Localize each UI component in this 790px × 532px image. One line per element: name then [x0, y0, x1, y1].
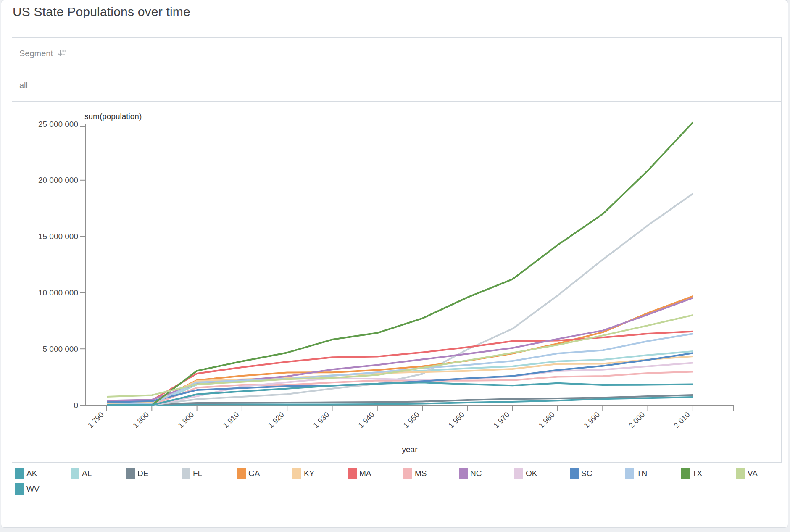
x-tick-label: 1 970 [492, 411, 511, 430]
legend-swatch-ok [514, 468, 523, 479]
legend-swatch-fl [182, 468, 190, 479]
legend-item-tx: TX [681, 468, 702, 479]
legend-swatch-wv [15, 483, 24, 495]
chart-legend: AKALDEFLGAKYMAMSNCOKSCTNTXVAWV [1, 465, 789, 500]
legend-item-ak: AK [15, 468, 37, 479]
x-tick-label: 1 800 [131, 411, 150, 430]
x-tick-label: 2 010 [672, 411, 692, 430]
x-tick-label: 1 900 [176, 411, 195, 430]
legend-label: NC [470, 469, 482, 478]
y-tick-label: 20 000 000 [38, 176, 78, 184]
legend-item-va: VA [736, 468, 758, 479]
legend-item-ky: KY [292, 468, 314, 479]
line-chart: sum(population)05 000 00010 000 00015 00… [12, 102, 781, 462]
legend-label: DE [137, 469, 148, 478]
legend-swatch-nc [459, 468, 468, 479]
legend-label: VA [748, 469, 758, 478]
page: US State Populations over time Segment a… [0, 0, 790, 532]
legend-swatch-ma [348, 468, 357, 479]
segment-column-header[interactable]: Segment [12, 37, 782, 69]
y-tick-label: 5 000 000 [42, 345, 78, 353]
x-tick-label: 1 990 [582, 411, 601, 430]
legend-swatch-ms [403, 468, 412, 479]
legend-swatch-ak [15, 468, 24, 479]
y-tick-label: 0 [74, 401, 78, 410]
legend-item-tn: TN [625, 468, 647, 479]
legend-swatch-al [71, 468, 79, 479]
x-tick-label: 1 960 [447, 411, 466, 430]
legend-label: SC [581, 469, 592, 478]
legend-swatch-de [126, 468, 135, 479]
legend-item-al: AL [71, 468, 92, 479]
y-tick-label: 25 000 000 [38, 120, 78, 129]
legend-label: GA [248, 469, 260, 478]
page-title: US State Populations over time [13, 5, 190, 19]
y-tick-label: 10 000 000 [38, 288, 78, 297]
legend-label: MA [359, 469, 371, 478]
x-tick-label: 1 920 [266, 411, 286, 430]
segment-row-label: all [19, 81, 28, 90]
segment-header-label: Segment [19, 49, 53, 58]
y-tick-label: 15 000 000 [38, 232, 78, 241]
legend-item-wv: WV [15, 483, 40, 495]
legend-label: WV [26, 485, 40, 494]
x-tick-label: 1 940 [357, 411, 376, 430]
legend-item-ok: OK [514, 468, 537, 479]
y-axis-title: sum(population) [84, 112, 142, 121]
legend-label: KY [304, 469, 314, 478]
legend-swatch-va [736, 468, 745, 479]
legend-item-ga: GA [237, 468, 260, 479]
legend-label: AL [82, 469, 92, 478]
legend-label: OK [526, 469, 537, 478]
x-tick-label: 1 930 [311, 411, 331, 430]
x-tick-label: 1 950 [402, 411, 421, 430]
legend-label: TN [637, 469, 647, 478]
x-axis-title: year [402, 445, 418, 454]
chart-cell: sum(population)05 000 00010 000 00015 00… [12, 101, 782, 463]
legend-label: AK [26, 469, 37, 478]
x-tick-label: 1 790 [86, 411, 105, 430]
legend-swatch-sc [570, 468, 579, 479]
x-tick-label: 1 980 [537, 411, 556, 430]
legend-label: MS [415, 469, 427, 478]
legend-label: TX [692, 469, 702, 478]
x-tick-label: 1 910 [221, 411, 241, 430]
legend-swatch-ky [292, 468, 301, 479]
legend-item-ma: MA [348, 468, 371, 479]
x-tick-label: 2 000 [627, 411, 646, 430]
legend-item-sc: SC [570, 468, 592, 479]
series-line-fl [152, 194, 693, 405]
legend-item-de: DE [126, 468, 148, 479]
legend-item-nc: NC [459, 468, 482, 479]
legend-swatch-ga [237, 468, 246, 479]
sort-descending-icon[interactable] [57, 48, 67, 58]
segment-table: Segment all sum(population)05 000 00010 … [12, 37, 782, 463]
legend-swatch-tn [625, 468, 634, 479]
legend-item-fl: FL [182, 468, 202, 479]
segment-row-all[interactable]: all [12, 69, 782, 101]
report-card: US State Populations over time Segment a… [1, 0, 788, 528]
legend-swatch-tx [681, 468, 690, 479]
legend-item-ms: MS [403, 468, 427, 479]
legend-label: FL [193, 469, 202, 478]
